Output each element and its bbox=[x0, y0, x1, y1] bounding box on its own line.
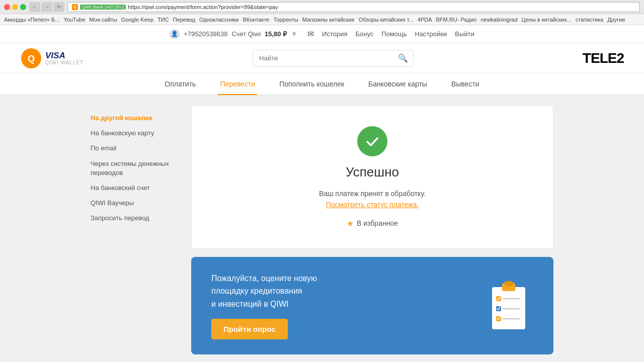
bookmark-item[interactable]: Мои сайты bbox=[90, 17, 117, 23]
bookmark-item[interactable]: Обзоры китайских т... bbox=[359, 17, 414, 23]
visa-logo-text: VISA bbox=[45, 51, 84, 60]
main-header: Q VISA QIWI WALLET 🔍 TELE2 bbox=[0, 43, 644, 73]
nav-perevesti[interactable]: Перевести bbox=[218, 74, 257, 95]
bookmark-item[interactable]: ТИС bbox=[157, 17, 169, 23]
minimize-btn[interactable] bbox=[12, 4, 18, 10]
success-line1: Ваш платеж принят в обработку. bbox=[319, 190, 426, 198]
bookmark-item[interactable]: Google Keep bbox=[121, 17, 153, 23]
forward-button[interactable]: → bbox=[41, 2, 52, 12]
sidebar: На другой кошелек На банковскую карту По… bbox=[91, 106, 181, 354]
promo-content: Пожалуйста, оцените новую площадку креди… bbox=[211, 272, 317, 339]
bookmark-item[interactable]: Аккорды «Пепел» Б... bbox=[4, 17, 59, 23]
sidebar-item-request[interactable]: Запросить перевод bbox=[91, 211, 181, 226]
checkmark-icon bbox=[364, 133, 380, 149]
svg-text:Q: Q bbox=[28, 53, 35, 63]
logo: Q VISA QIWI WALLET bbox=[20, 47, 84, 69]
address-bar[interactable]: Q QIWI Bank (АО) [RU] https://qiwi.com/p… bbox=[67, 2, 640, 12]
content-area: На другой кошелек На банковскую карту По… bbox=[70, 96, 574, 362]
bookmark-item[interactable]: newkaliningrad bbox=[480, 17, 517, 23]
bookmarks-bar: Аккорды «Пепел» Б... YouTube Мои сайты G… bbox=[0, 14, 644, 25]
sidebar-item-bank-account[interactable]: На банковский счет bbox=[91, 180, 181, 196]
bookmark-item[interactable]: Цены в китайских... bbox=[522, 17, 572, 23]
success-text: Ваш платеж принят в обработку. Посмотрет… bbox=[319, 188, 426, 211]
search-box: 🔍 bbox=[253, 50, 414, 67]
bookmark-item[interactable]: Магазины китайские bbox=[302, 17, 355, 23]
user-bar: 👤 +79520538638 Счет Qiwi 15,80 ₽ ▼ ✉ Ист… bbox=[0, 25, 644, 43]
payment-status-link[interactable]: Посмотреть статус платежа. bbox=[326, 201, 419, 209]
favorite-row[interactable]: ★ В избранное bbox=[347, 219, 398, 228]
favorite-label: В избранное bbox=[357, 219, 398, 227]
bookmark-item[interactable]: Одноклассники bbox=[199, 17, 239, 23]
logout-link[interactable]: Выйти bbox=[455, 30, 474, 38]
bookmark-item[interactable]: Перевод bbox=[173, 17, 195, 23]
sidebar-item-card[interactable]: На банковскую карту bbox=[91, 126, 181, 141]
nav-bankovskie[interactable]: Банковские карты bbox=[366, 74, 429, 95]
main-content: Успешно Ваш платеж принят в обработку. П… bbox=[191, 106, 553, 354]
nav-vyvesti[interactable]: Вывести bbox=[449, 74, 481, 95]
user-nav: ✉ История Бонус Помощь Настройки Выйти bbox=[307, 29, 474, 39]
sidebar-item-wallet[interactable]: На другой кошелек bbox=[91, 111, 181, 126]
bookmark-item[interactable]: статистика bbox=[576, 17, 603, 23]
user-info: 👤 +79520538638 Счет Qiwi 15,80 ₽ ▼ bbox=[170, 29, 297, 39]
bookmark-item[interactable]: Торренты bbox=[273, 17, 298, 23]
secure-badge: QIWI Bank (АО) [RU] bbox=[80, 5, 126, 10]
nav-oplatit[interactable]: Оплатить bbox=[163, 74, 198, 95]
promo-card: Пожалуйста, оцените новую площадку креди… bbox=[191, 257, 553, 354]
success-icon bbox=[357, 126, 387, 156]
user-phone: +79520538638 bbox=[184, 30, 227, 38]
account-label: Счет Qiwi bbox=[231, 30, 261, 38]
site-favicon: Q bbox=[72, 4, 78, 10]
back-button[interactable]: ← bbox=[29, 2, 40, 12]
sidebar-item-vouchers[interactable]: QIWI Ваучеры bbox=[91, 196, 181, 211]
maximize-btn[interactable] bbox=[20, 4, 26, 10]
sidebar-item-transfer[interactable]: Через системы денежных переводов bbox=[91, 156, 181, 180]
balance-amount: 15,80 ₽ bbox=[265, 30, 287, 38]
promo-text: Пожалуйста, оцените новую площадку креди… bbox=[211, 272, 317, 311]
bookmark-item[interactable]: ВКонтакте bbox=[243, 17, 269, 23]
success-card: Успешно Ваш платеж принят в обработку. П… bbox=[191, 106, 553, 249]
bookmark-item[interactable]: YouTube bbox=[63, 17, 85, 23]
window-controls bbox=[4, 4, 26, 10]
nav-popolnit[interactable]: Пополнить кошелек bbox=[277, 74, 346, 95]
balance-dropdown-icon[interactable]: ▼ bbox=[291, 30, 297, 38]
search-input[interactable] bbox=[253, 51, 393, 65]
promo-survey-button[interactable]: Пройти опрос bbox=[211, 319, 288, 339]
browser-chrome: ← → ↻ Q QIWI Bank (АО) [RU] https://qiwi… bbox=[0, 0, 644, 14]
help-link[interactable]: Помощь bbox=[381, 30, 407, 38]
main-navigation: Оплатить Перевести Пополнить кошелек Бан… bbox=[0, 73, 644, 96]
search-button[interactable]: 🔍 bbox=[393, 50, 413, 66]
clipboard-illustration bbox=[488, 278, 533, 333]
qiwi-logo-icon: Q bbox=[20, 47, 42, 69]
settings-link[interactable]: Настройки bbox=[415, 30, 447, 38]
svg-rect-4 bbox=[505, 281, 513, 286]
history-link[interactable]: История bbox=[322, 30, 347, 38]
refresh-button[interactable]: ↻ bbox=[53, 2, 64, 12]
tele2-logo: TELE2 bbox=[583, 50, 624, 66]
star-icon: ★ bbox=[347, 219, 354, 228]
url-text: https://qiwi.com/payment/form.action?pro… bbox=[128, 4, 278, 10]
nav-buttons: ← → ↻ bbox=[29, 2, 64, 12]
success-title: Успешно bbox=[346, 164, 399, 180]
messages-icon[interactable]: ✉ bbox=[307, 29, 314, 39]
close-btn[interactable] bbox=[4, 4, 10, 10]
bookmark-item[interactable]: BFM.RU- Радио bbox=[436, 17, 477, 23]
sidebar-item-email[interactable]: По email bbox=[91, 141, 181, 156]
bonus-link[interactable]: Бонус bbox=[355, 30, 373, 38]
bookmark-more[interactable]: Другие bbox=[607, 17, 625, 23]
user-avatar-icon: 👤 bbox=[170, 29, 180, 39]
bookmark-item[interactable]: 4PDA bbox=[418, 17, 432, 23]
qiwi-wallet-text: QIWI WALLET bbox=[45, 60, 84, 65]
